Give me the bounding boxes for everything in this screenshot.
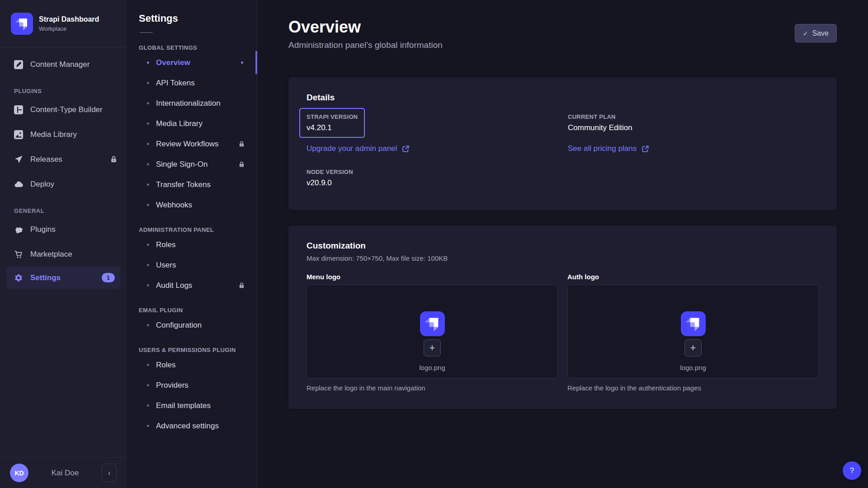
upgrade-link-label: Upgrade your admin panel — [307, 144, 397, 153]
external-link-icon — [402, 145, 410, 153]
external-link-icon — [642, 145, 649, 153]
menu-logo-hint: Replace the logo in the main navigation — [307, 384, 558, 392]
menu-logo-label: Menu logo — [307, 273, 558, 281]
subnav-item-audit-logs[interactable]: Audit Logs — [127, 275, 257, 296]
upgrade-admin-panel-link[interactable]: Upgrade your admin panel — [307, 144, 410, 153]
notification-dot-icon — [241, 61, 243, 64]
main-content: Overview Administration panel’s global i… — [257, 0, 868, 488]
subnav-item-up-roles[interactable]: Roles — [127, 355, 257, 375]
bullet-icon — [147, 404, 149, 407]
sidebar-item-deploy[interactable]: Deploy — [0, 172, 127, 197]
sidebar-item-releases[interactable]: Releases — [0, 147, 127, 172]
sidebar-item-content-type-builder[interactable]: Content-Type Builder — [0, 97, 127, 122]
bullet-icon — [147, 163, 149, 165]
strapi-logo-icon — [681, 311, 706, 336]
sidebar-nav: Content Manager PLUGINS Content-Type Bui… — [0, 47, 127, 457]
subnav-item-label: Review Workflows — [156, 140, 219, 149]
bullet-icon — [147, 425, 149, 427]
puzzle-icon — [14, 225, 23, 234]
strapi-logo-icon — [11, 13, 33, 35]
sidebar-item-label: Releases — [30, 155, 62, 164]
subnav-item-label: API Tokens — [156, 79, 195, 88]
plus-icon: + — [429, 343, 435, 353]
subnav-item-email-templates[interactable]: Email templates — [127, 395, 257, 416]
sidebar-section-plugins: PLUGINS — [0, 88, 127, 94]
app-root: Strapi Dashboard Workplace Content Manag… — [0, 0, 868, 488]
sidebar-item-marketplace[interactable]: Marketplace — [0, 242, 127, 267]
subnav-item-review-workflows[interactable]: Review Workflows — [127, 134, 257, 154]
subnav-item-overview[interactable]: Overview — [127, 52, 257, 73]
subnav-item-label: Media Library — [156, 119, 203, 128]
subnav-item-label: Roles — [156, 240, 175, 249]
lock-icon — [110, 155, 118, 163]
pricing-plans-link[interactable]: See all pricing plans — [568, 144, 649, 153]
subnav-item-media-library[interactable]: Media Library — [127, 113, 257, 134]
bullet-icon — [147, 264, 149, 266]
details-left-column: STRAPI VERSION v4.20.1 Upgrade your admi… — [307, 110, 568, 193]
subnav-item-webhooks[interactable]: Webhooks — [127, 195, 257, 215]
main-sidebar: Strapi Dashboard Workplace Content Manag… — [0, 0, 127, 488]
avatar[interactable]: KD — [10, 464, 28, 482]
sidebar-item-label: Marketplace — [30, 250, 72, 259]
auth-logo-column: Auth logo + logo.png Replace the logo in… — [567, 273, 819, 392]
bullet-icon — [147, 82, 149, 84]
sidebar-item-label: Settings — [30, 273, 61, 282]
current-plan-label: CURRENT PLAN — [568, 113, 632, 120]
subnav-item-configuration[interactable]: Configuration — [127, 315, 257, 335]
page-header: Overview Administration panel’s global i… — [288, 17, 837, 50]
subnav-item-admin-users[interactable]: Users — [127, 255, 257, 275]
bullet-icon — [147, 102, 149, 104]
auth-logo-filename: logo.png — [680, 364, 706, 371]
sidebar-collapse-button[interactable]: ‹ — [102, 464, 117, 482]
subnav-item-single-sign-on[interactable]: Single Sign-On — [127, 154, 257, 174]
sidebar-section-general: GENERAL — [0, 207, 127, 214]
check-icon: ✓ — [803, 30, 808, 37]
subnav-item-admin-roles[interactable]: Roles — [127, 235, 257, 255]
subnav-item-transfer-tokens[interactable]: Transfer Tokens — [127, 174, 257, 195]
node-version-label: NODE VERSION — [307, 169, 353, 175]
page-header-text: Overview Administration panel’s global i… — [288, 17, 443, 50]
sidebar-item-media-library[interactable]: Media Library — [0, 122, 127, 147]
subnav-title: Settings — [139, 13, 257, 24]
save-button[interactable]: ✓ Save — [795, 24, 837, 42]
subnav-section-users-permissions-plugin: USERS & PERMISSIONS PLUGIN — [139, 347, 257, 353]
menu-logo-upload-box[interactable]: + logo.png — [307, 285, 558, 378]
subnav-section-email-plugin: EMAIL PLUGIN — [139, 307, 257, 314]
bullet-icon — [147, 204, 149, 206]
auth-logo-add-button[interactable]: + — [684, 339, 702, 357]
subnav-item-label: Users — [156, 261, 176, 270]
sidebar-item-content-manager[interactable]: Content Manager — [0, 52, 127, 77]
brand-title: Strapi Dashboard — [39, 15, 99, 23]
subnav-item-internationalization[interactable]: Internationalization — [127, 93, 257, 113]
user-profile-row[interactable]: KD Kai Doe ‹ — [0, 457, 127, 488]
sidebar-item-settings[interactable]: Settings 1 — [6, 267, 120, 289]
user-name: Kai Doe — [28, 469, 102, 478]
workspace-brand[interactable]: Strapi Dashboard Workplace — [0, 0, 127, 47]
menu-logo-add-button[interactable]: + — [424, 339, 441, 357]
subnav-item-providers[interactable]: Providers — [127, 375, 257, 395]
paper-plane-icon — [14, 155, 23, 164]
plus-icon: + — [690, 343, 696, 353]
bullet-icon — [147, 284, 149, 286]
bullet-icon — [147, 324, 149, 326]
strapi-logo-icon — [420, 311, 445, 336]
subnav-item-api-tokens[interactable]: API Tokens — [127, 73, 257, 93]
brand-text: Strapi Dashboard Workplace — [39, 15, 99, 32]
bullet-icon — [147, 61, 149, 64]
settings-subnav: Settings GLOBAL SETTINGS Overview API To… — [127, 0, 257, 488]
customization-card-title: Customization — [307, 241, 819, 251]
subnav-item-advanced-settings[interactable]: Advanced settings — [127, 416, 257, 436]
subnav-item-label: Webhooks — [156, 201, 192, 210]
auth-logo-upload-box[interactable]: + logo.png — [567, 285, 819, 378]
subnav-item-label: Single Sign-On — [156, 160, 208, 169]
shopping-cart-icon — [14, 250, 23, 259]
sidebar-item-plugins[interactable]: Plugins — [0, 217, 127, 242]
lock-icon — [238, 282, 245, 289]
strapi-version-field: STRAPI VERSION v4.20.1 — [299, 108, 365, 138]
strapi-version-label: STRAPI VERSION — [307, 113, 358, 120]
menu-logo-filename: logo.png — [419, 364, 445, 371]
logo-columns: Menu logo + logo.png Replace the logo in… — [307, 273, 819, 392]
bullet-icon — [147, 122, 149, 125]
page-title: Overview — [288, 17, 443, 37]
help-button[interactable]: ? — [843, 461, 861, 480]
